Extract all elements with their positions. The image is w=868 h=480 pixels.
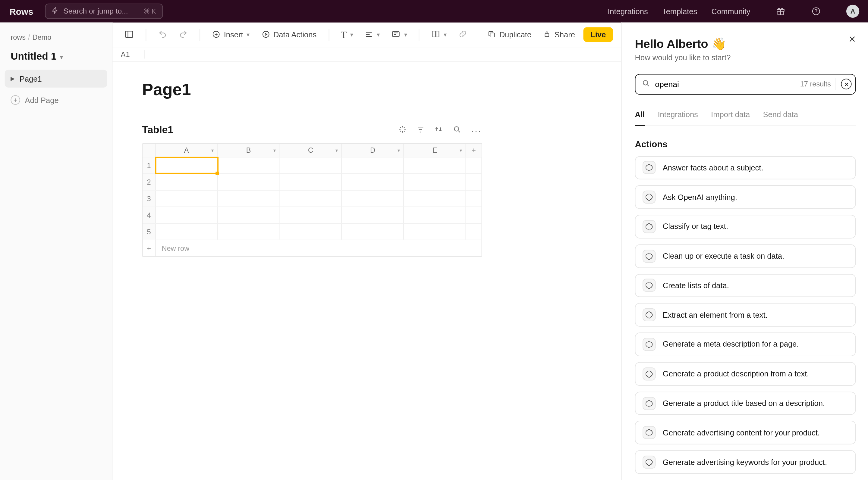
panel-toggle-button[interactable] [121,27,137,42]
cell[interactable] [280,224,342,240]
column-header[interactable]: A▾ [156,144,218,157]
cell[interactable] [218,207,280,223]
tab-all[interactable]: All [635,105,645,126]
redo-button[interactable] [176,27,191,42]
formula-bar[interactable]: A1 [113,47,621,61]
new-row-button[interactable]: + New row [143,240,482,256]
tab-import-data[interactable]: Import data [711,105,750,125]
row-header[interactable]: 4 [143,207,156,223]
share-button[interactable]: Share [540,28,579,41]
panel-search[interactable]: 17 results [635,74,856,95]
cell[interactable] [280,191,342,207]
table-title[interactable]: Table1 [142,124,173,136]
cell[interactable] [342,207,404,223]
live-button[interactable]: Live [583,27,613,42]
clear-search-button[interactable] [841,79,851,90]
more-icon[interactable]: ··· [471,125,482,135]
cell[interactable] [280,207,342,223]
cell[interactable] [342,191,404,207]
sidebar-page-item[interactable]: ▶ Page1 [5,70,107,88]
action-item[interactable]: Ask OpenAI anything. [635,185,856,209]
cell[interactable] [342,158,404,173]
panel-search-input[interactable] [655,80,795,89]
duplicate-button[interactable]: Duplicate [484,27,535,41]
sort-icon[interactable] [434,125,443,136]
cell[interactable] [404,158,466,173]
cell[interactable] [218,224,280,240]
add-column-button[interactable]: + [466,144,482,157]
nav-integrations[interactable]: Integrations [608,7,648,16]
chevron-down-icon[interactable]: ▾ [60,54,63,60]
undo-button[interactable] [155,27,170,42]
row-header[interactable]: 3 [143,191,156,207]
wrap-button[interactable]: ▾ [388,27,411,42]
cell[interactable] [404,174,466,190]
row-header[interactable]: 1 [143,158,156,173]
data-actions-button[interactable]: Data Actions [258,27,320,41]
cell[interactable] [280,174,342,190]
tab-send-data[interactable]: Send data [763,105,798,125]
select-all-corner[interactable] [143,144,156,157]
cell[interactable] [156,191,218,207]
action-item[interactable]: Generate a meta description for a page. [635,333,856,356]
cell[interactable] [342,174,404,190]
cell[interactable] [218,174,280,190]
action-item[interactable]: Generate advertising keywords for your p… [635,450,856,474]
cell[interactable] [156,174,218,190]
column-header[interactable]: C▾ [280,144,342,157]
search-icon[interactable] [453,125,461,136]
spreadsheet[interactable]: A▾ B▾ C▾ D▾ E▾ + 1 2 [142,143,482,257]
cell-a1[interactable] [156,158,218,173]
tab-integrations[interactable]: Integrations [658,105,698,125]
help-icon[interactable] [811,6,821,16]
nav-community[interactable]: Community [711,7,750,16]
table-row[interactable]: 1 [143,157,482,173]
brand-logo[interactable]: Rows [9,6,33,16]
breadcrumb-leaf[interactable]: Demo [32,33,51,41]
chevron-down-icon[interactable]: ▾ [398,147,400,153]
link-button[interactable] [455,27,471,42]
chevron-down-icon[interactable]: ▾ [336,147,338,153]
nav-templates[interactable]: Templates [662,7,697,16]
close-icon[interactable] [847,34,857,47]
cell[interactable] [156,224,218,240]
cell[interactable] [218,191,280,207]
layout-button[interactable]: ▾ [428,27,450,42]
column-header[interactable]: D▾ [342,144,404,157]
sparkle-icon[interactable] [398,125,407,136]
align-button[interactable]: ▾ [361,27,383,41]
cell[interactable] [342,224,404,240]
row-header[interactable]: 2 [143,174,156,190]
cell[interactable] [404,191,466,207]
text-format-button[interactable]: T▾ [337,27,356,41]
add-page-button[interactable]: + Add Page [5,91,107,109]
gift-icon[interactable] [775,6,786,16]
action-item[interactable]: Clean up or execute a task on data. [635,244,856,268]
cell[interactable] [156,207,218,223]
cell[interactable] [218,158,280,173]
avatar[interactable]: A [846,5,859,18]
chevron-down-icon[interactable]: ▾ [211,147,214,153]
table-row[interactable]: 4 [143,207,482,223]
cell[interactable] [404,224,466,240]
table-row[interactable]: 2 [143,173,482,190]
action-item[interactable]: Create lists of data. [635,274,856,297]
cell[interactable] [404,207,466,223]
insert-button[interactable]: Insert ▾ [209,27,253,41]
page-title[interactable]: Page1 [142,80,592,99]
table-row[interactable]: 3 [143,190,482,207]
action-item[interactable]: Answer facts about a subject. [635,156,856,179]
action-item[interactable]: Classify or tag text. [635,215,856,238]
action-item[interactable]: Generate a product description from a te… [635,362,856,385]
breadcrumb-root[interactable]: rows [10,33,26,41]
action-item[interactable]: Generate advertising content for your pr… [635,421,856,444]
cell[interactable] [280,158,342,173]
chevron-down-icon[interactable]: ▾ [460,147,462,153]
column-header[interactable]: B▾ [218,144,280,157]
global-search[interactable]: Search or jump to... ⌘ K [45,4,162,19]
filter-icon[interactable] [416,125,425,135]
row-header[interactable]: 5 [143,224,156,240]
action-item[interactable]: Generate a product title based on a desc… [635,391,856,415]
column-header[interactable]: E▾ [404,144,466,157]
action-item[interactable]: Extract an element from a text. [635,303,856,327]
